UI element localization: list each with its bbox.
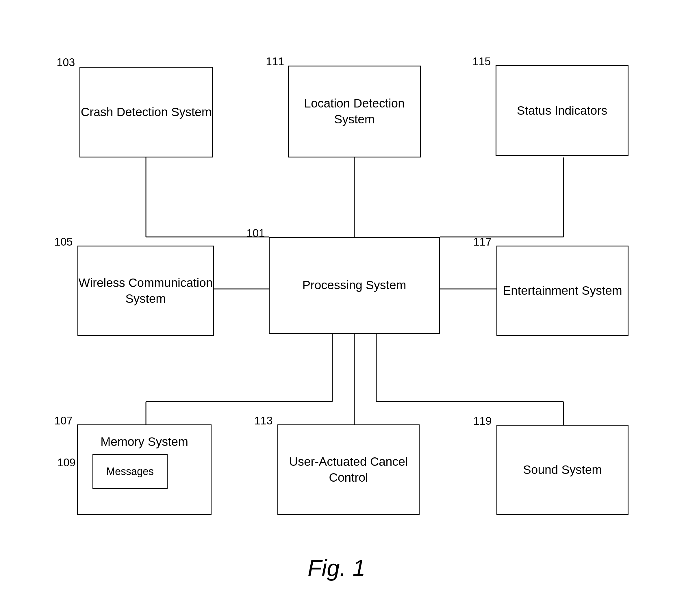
- user-cancel-label: User-Actuated Cancel Control: [278, 454, 419, 485]
- sound-label: Sound System: [523, 462, 602, 478]
- diagram: Crash Detection System 103 Location Dete…: [0, 0, 673, 616]
- status-indicators-label: Status Indicators: [517, 103, 608, 119]
- ref-113: 113: [254, 415, 272, 427]
- status-indicators-box: Status Indicators: [496, 65, 629, 156]
- processing-label: Processing System: [302, 277, 406, 293]
- ref-117: 117: [473, 236, 491, 248]
- ref-101: 101: [246, 227, 265, 239]
- figure-caption: Fig. 1: [307, 555, 365, 581]
- ref-107: 107: [54, 415, 72, 427]
- messages-label: Messages: [106, 465, 154, 478]
- ref-103: 103: [57, 56, 75, 69]
- ref-111: 111: [266, 55, 284, 68]
- ref-109: 109: [57, 456, 75, 469]
- ref-119: 119: [473, 415, 491, 427]
- processing-box: Processing System: [269, 237, 440, 334]
- crash-detection-box: Crash Detection System: [79, 67, 213, 158]
- wireless-comm-box: Wireless Communication System: [77, 246, 214, 336]
- ref-105: 105: [54, 236, 72, 248]
- wireless-comm-label: Wireless Communication System: [78, 275, 213, 306]
- entertainment-label: Entertainment System: [503, 283, 622, 299]
- messages-box: Messages: [92, 454, 168, 489]
- memory-label: Memory System: [100, 434, 188, 450]
- location-detection-box: Location Detection System: [288, 65, 421, 158]
- user-cancel-box: User-Actuated Cancel Control: [277, 424, 420, 515]
- location-detection-label: Location Detection System: [289, 95, 420, 127]
- crash-detection-label: Crash Detection System: [81, 104, 212, 120]
- entertainment-box: Entertainment System: [496, 246, 629, 336]
- memory-box: Memory System Messages: [77, 424, 212, 515]
- sound-box: Sound System: [496, 425, 629, 515]
- ref-115: 115: [472, 55, 491, 68]
